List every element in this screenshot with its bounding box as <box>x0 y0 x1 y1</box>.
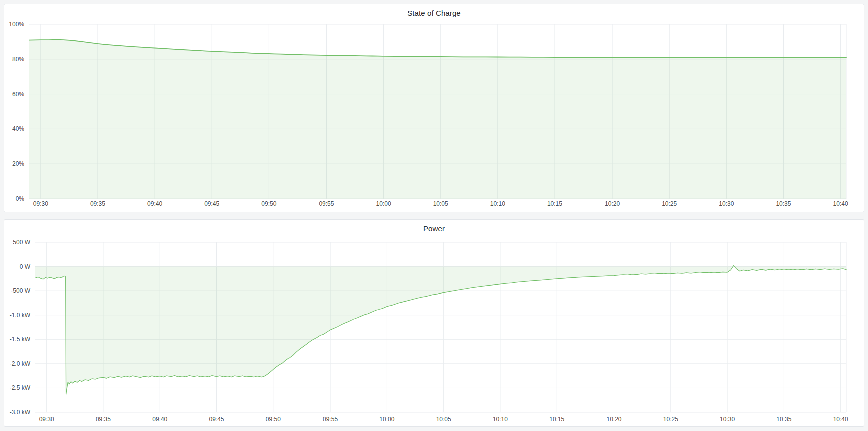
x-axis-tick-label: 10:00 <box>376 200 391 207</box>
y-axis-tick-label: 80% <box>12 56 24 63</box>
soc-panel-title[interactable]: State of Charge <box>4 4 864 19</box>
y-axis-tick-label: 0% <box>16 195 25 202</box>
y-axis-tick-label: -1.0 kW <box>10 312 31 319</box>
y-axis-tick-label: 500 W <box>13 239 30 246</box>
x-axis-tick-label: 10:35 <box>776 416 791 423</box>
y-axis-tick-label: 100% <box>9 21 24 28</box>
x-axis-tick-label: 10:00 <box>379 416 394 423</box>
x-axis-tick-label: 10:15 <box>547 200 562 207</box>
soc-panel: State of Charge 100%80%60%40%20%0%09:300… <box>4 4 864 212</box>
grafana-dashboard: { "page": { "background_color": "#f4f5f6… <box>0 0 868 431</box>
x-axis-tick-label: 10:25 <box>663 416 678 423</box>
y-axis-tick-label: -3.0 kW <box>10 409 31 416</box>
x-axis-tick-label: 09:45 <box>204 200 219 207</box>
x-axis-tick-label: 10:20 <box>605 200 620 207</box>
y-axis-tick-label: -2.5 kW <box>10 384 31 391</box>
power-panel-title[interactable]: Power <box>4 220 864 235</box>
series-area-fill <box>29 40 846 199</box>
x-axis-tick-label: 09:30 <box>33 200 48 207</box>
x-axis-tick-label: 09:50 <box>261 200 276 207</box>
x-axis-tick-label: 09:35 <box>96 416 111 423</box>
x-axis-tick-label: 09:40 <box>152 416 167 423</box>
x-axis-tick-label: 10:40 <box>833 200 848 207</box>
y-axis-tick-label: -1.5 kW <box>10 336 31 343</box>
x-axis-tick-label: 10:25 <box>662 200 677 207</box>
series-area-fill <box>35 266 846 395</box>
x-axis-tick-label: 10:05 <box>433 200 448 207</box>
x-axis-tick-label: 09:55 <box>319 200 334 207</box>
x-axis-tick-label: 10:20 <box>607 416 622 423</box>
soc-chart[interactable]: 100%80%60%40%20%0%09:3009:3509:4009:4509… <box>4 19 864 212</box>
x-axis-tick-label: 09:30 <box>39 416 54 423</box>
y-axis-tick-label: -2.0 kW <box>10 360 31 367</box>
y-axis-tick-label: 40% <box>12 125 24 132</box>
x-axis-tick-label: 09:50 <box>266 416 281 423</box>
x-axis-tick-label: 09:35 <box>90 200 105 207</box>
y-axis-tick-label: 0 W <box>20 263 31 270</box>
power-panel: Power 500 W0 W-500 W-1.0 kW-1.5 kW-2.0 k… <box>4 219 864 427</box>
x-axis-tick-label: 10:15 <box>549 416 564 423</box>
x-axis-tick-label: 10:05 <box>436 416 451 423</box>
x-axis-tick-label: 09:40 <box>147 200 162 207</box>
x-axis-tick-label: 10:30 <box>719 200 734 207</box>
y-axis-tick-label: 20% <box>12 160 24 167</box>
x-axis-tick-label: 10:35 <box>776 200 791 207</box>
x-axis-tick-label: 09:45 <box>209 416 224 423</box>
y-axis-tick-label: 60% <box>12 91 24 98</box>
x-axis-tick-label: 10:30 <box>720 416 735 423</box>
x-axis-tick-label: 10:40 <box>833 416 848 423</box>
x-axis-tick-label: 09:55 <box>323 416 338 423</box>
x-axis-tick-label: 10:10 <box>493 416 508 423</box>
y-axis-tick-label: -500 W <box>11 287 30 294</box>
x-axis-tick-label: 10:10 <box>490 200 505 207</box>
power-chart[interactable]: 500 W0 W-500 W-1.0 kW-1.5 kW-2.0 kW-2.5 … <box>4 235 864 426</box>
